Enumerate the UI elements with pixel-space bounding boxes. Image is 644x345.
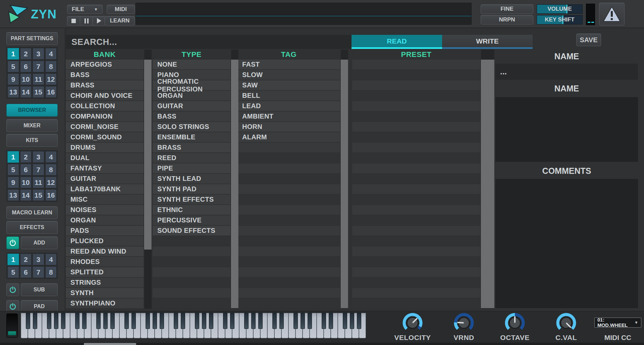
grid-cell-3[interactable]: 3: [33, 48, 44, 60]
list-item[interactable]: GUITAR: [153, 101, 230, 111]
black-key[interactable]: [301, 313, 305, 329]
black-key[interactable]: [258, 313, 263, 329]
grid-cell-13[interactable]: 13: [7, 189, 19, 201]
grid-cell-4[interactable]: 4: [45, 254, 57, 265]
macro-learn-button[interactable]: MACRO LEARN: [6, 206, 58, 219]
preset-scrollbar-thumb[interactable]: [481, 60, 494, 308]
add-synth-button[interactable]: ADD: [21, 236, 58, 249]
grid-cell-6[interactable]: 6: [20, 61, 32, 72]
grid-cell-16[interactable]: 16: [45, 86, 57, 98]
grid-cell-1[interactable]: 1: [7, 48, 19, 60]
tag-scrollbar-thumb[interactable]: [341, 60, 348, 308]
black-key[interactable]: [146, 313, 150, 329]
grid-cell-11[interactable]: 11: [33, 73, 44, 85]
grid-cell-15[interactable]: 15: [33, 189, 44, 201]
black-key[interactable]: [251, 313, 256, 329]
grid-cell-5[interactable]: 5: [7, 266, 19, 278]
play-button[interactable]: [93, 16, 105, 25]
black-key[interactable]: [181, 313, 185, 329]
grid-cell-14[interactable]: 14: [20, 189, 32, 201]
add-enable-toggle[interactable]: [6, 236, 19, 249]
grid-cell-9[interactable]: 9: [7, 73, 19, 85]
keyboard-hscrollbar[interactable]: [0, 343, 644, 345]
list-item[interactable]: REED AND WIND: [66, 247, 144, 256]
black-key[interactable]: [223, 313, 227, 329]
list-item[interactable]: BRASS: [153, 143, 230, 152]
type-scrollbar-thumb[interactable]: [231, 60, 238, 308]
list-item[interactable]: BELL: [237, 91, 340, 100]
grid-cell-15[interactable]: 15: [33, 86, 44, 98]
grid-cell-4[interactable]: 4: [45, 151, 57, 163]
list-item[interactable]: PLUCKED: [66, 236, 144, 246]
list-item[interactable]: CHOIR AND VOICE: [66, 91, 144, 100]
list-item[interactable]: AMBIENT: [237, 112, 340, 121]
velocity-knob[interactable]: [402, 312, 423, 334]
grid-cell-16[interactable]: 16: [45, 189, 57, 201]
grid-cell-2[interactable]: 2: [20, 254, 32, 265]
black-key[interactable]: [33, 313, 37, 329]
list-item[interactable]: PADS: [66, 226, 144, 235]
black-key[interactable]: [160, 313, 164, 329]
list-item[interactable]: SYNTHPIANO: [66, 298, 144, 308]
list-item[interactable]: HORN: [237, 122, 340, 132]
grid-cell-3[interactable]: 3: [33, 254, 44, 265]
grid-cell-2[interactable]: 2: [20, 151, 32, 163]
vrnd-knob[interactable]: [453, 312, 475, 334]
grid-cell-13[interactable]: 13: [7, 86, 19, 98]
black-key[interactable]: [47, 313, 51, 329]
black-key[interactable]: [26, 313, 30, 329]
file-menu-button[interactable]: FILE ▼: [67, 5, 103, 14]
list-item[interactable]: CORMI_SOUND: [66, 132, 144, 142]
preset-path-row[interactable]: ...: [495, 64, 638, 80]
list-item[interactable]: ENSEMBLE: [153, 132, 230, 142]
grid-cell-2[interactable]: 2: [20, 48, 32, 60]
list-item[interactable]: ETHNIC: [153, 205, 230, 215]
search-input[interactable]: SEARCH...: [66, 35, 352, 49]
list-item[interactable]: SYNTH PAD: [153, 184, 230, 194]
list-item[interactable]: BASS: [153, 112, 230, 121]
list-item[interactable]: SYNTH LEAD: [153, 174, 230, 184]
fine-button[interactable]: FINE: [481, 4, 533, 14]
browser-button[interactable]: BROWSER: [6, 104, 58, 117]
black-key[interactable]: [343, 313, 347, 329]
grid-cell-9[interactable]: 9: [7, 177, 19, 188]
kits-button[interactable]: KITS: [6, 134, 58, 147]
grid-cell-5[interactable]: 5: [7, 164, 19, 176]
c-val-knob[interactable]: [555, 312, 577, 334]
list-item[interactable]: MISC: [66, 195, 144, 204]
preset-scrollbar[interactable]: [481, 50, 494, 309]
list-item[interactable]: SOLO STRINGS: [153, 122, 230, 132]
black-key[interactable]: [329, 313, 333, 329]
black-key[interactable]: [124, 313, 129, 329]
black-key[interactable]: [75, 313, 79, 329]
list-item[interactable]: LABA170BANK: [66, 184, 144, 194]
black-key[interactable]: [209, 313, 213, 329]
black-key[interactable]: [103, 313, 108, 329]
black-key[interactable]: [96, 313, 101, 329]
pitch-wheel[interactable]: [6, 314, 18, 338]
grid-cell-7[interactable]: 7: [33, 61, 44, 72]
grid-cell-10[interactable]: 10: [20, 177, 32, 188]
grid-cell-7[interactable]: 7: [33, 266, 44, 278]
stop-button[interactable]: [67, 16, 80, 25]
list-item[interactable]: SPLITTED: [66, 267, 144, 277]
grid-cell-12[interactable]: 12: [45, 177, 57, 188]
keyboard-hscrollbar-thumb[interactable]: [84, 343, 136, 345]
tag-scrollbar[interactable]: [341, 50, 348, 309]
list-item[interactable]: PERCUSSIVE: [153, 215, 230, 225]
sub-enable-toggle[interactable]: [6, 283, 19, 296]
black-key[interactable]: [322, 313, 326, 329]
list-item[interactable]: FANTASY: [66, 163, 144, 173]
octave-knob[interactable]: [504, 312, 526, 334]
grid-cell-6[interactable]: 6: [20, 266, 32, 278]
volume-slider[interactable]: VOLUME: [537, 4, 583, 14]
black-key[interactable]: [61, 313, 65, 329]
list-item[interactable]: NONE: [153, 60, 230, 69]
black-key[interactable]: [54, 313, 58, 329]
list-item[interactable]: REED: [153, 153, 230, 163]
black-key[interactable]: [230, 313, 234, 329]
midi-button[interactable]: MIDI: [107, 5, 135, 14]
black-key[interactable]: [110, 313, 115, 329]
sub-synth-button[interactable]: SUB: [21, 283, 58, 296]
list-item[interactable]: ALARM: [237, 132, 340, 142]
